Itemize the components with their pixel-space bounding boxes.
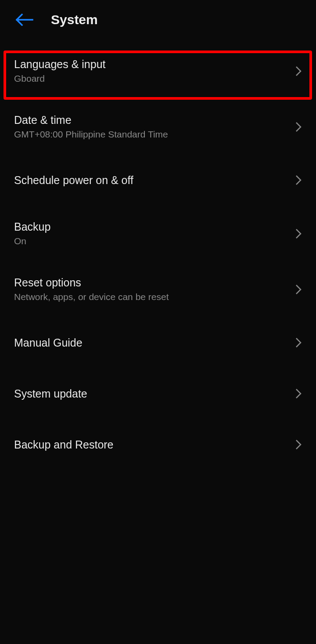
item-text: Backup and Restore — [14, 438, 114, 451]
chevron-right-icon — [294, 336, 303, 350]
item-title: System update — [14, 387, 87, 400]
item-subtitle: Network, apps, or device can be reset — [14, 292, 169, 302]
chevron-right-icon — [294, 227, 303, 241]
page-title: System — [51, 12, 98, 27]
item-title: Manual Guide — [14, 336, 83, 349]
item-title: Schedule power on & off — [14, 174, 133, 187]
item-subtitle: On — [14, 236, 50, 246]
item-title: Backup — [14, 221, 50, 233]
item-date-time[interactable]: Date & time GMT+08:00 Philippine Standar… — [0, 99, 316, 155]
item-system-update[interactable]: System update — [0, 368, 316, 419]
header: System — [0, 0, 316, 40]
item-manual-guide[interactable]: Manual Guide — [0, 317, 316, 368]
item-title: Languages & input — [14, 58, 106, 71]
item-languages-input[interactable]: Languages & input Gboard — [0, 43, 316, 99]
chevron-right-icon — [294, 64, 303, 78]
back-arrow-icon[interactable] — [16, 13, 33, 27]
item-title: Reset options — [14, 276, 169, 289]
item-text: Languages & input Gboard — [14, 58, 106, 84]
chevron-right-icon — [294, 387, 303, 401]
chevron-right-icon — [294, 282, 303, 297]
item-text: Backup On — [14, 221, 50, 246]
item-backup-restore[interactable]: Backup and Restore — [0, 419, 316, 470]
item-title: Date & time — [14, 114, 168, 127]
item-title: Backup and Restore — [14, 438, 114, 451]
item-text: Reset options Network, apps, or device c… — [14, 276, 169, 302]
item-text: Manual Guide — [14, 336, 83, 349]
chevron-right-icon — [294, 120, 303, 134]
item-reset-options[interactable]: Reset options Network, apps, or device c… — [0, 261, 316, 317]
chevron-right-icon — [294, 438, 303, 452]
item-schedule-power[interactable]: Schedule power on & off — [0, 155, 316, 206]
chevron-right-icon — [294, 173, 303, 187]
item-text: Schedule power on & off — [14, 174, 133, 187]
item-subtitle: Gboard — [14, 73, 106, 84]
item-text: System update — [14, 387, 87, 400]
item-subtitle: GMT+08:00 Philippine Standard Time — [14, 129, 168, 140]
item-backup[interactable]: Backup On — [0, 206, 316, 261]
settings-list: Languages & input Gboard Date & time GMT… — [0, 40, 316, 474]
item-text: Date & time GMT+08:00 Philippine Standar… — [14, 114, 168, 140]
